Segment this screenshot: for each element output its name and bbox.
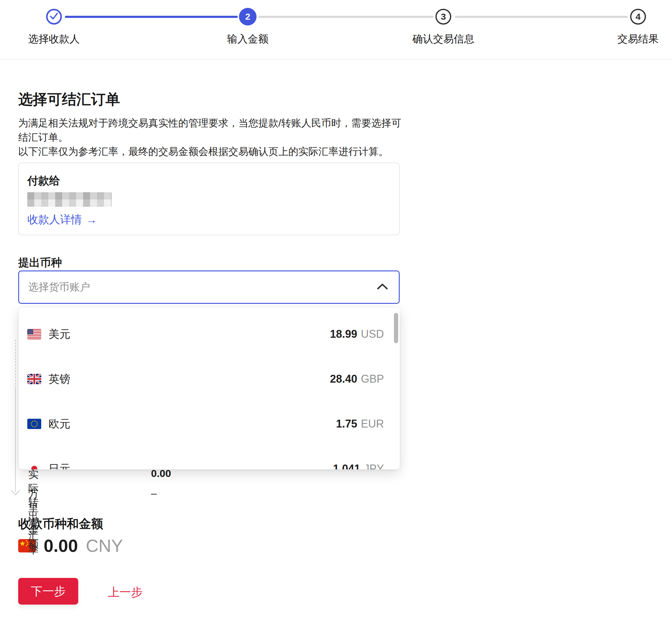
step-label-2: 输入金额 xyxy=(227,32,268,46)
receive-currency-code: CNY xyxy=(86,536,123,556)
step-label-1: 选择收款人 xyxy=(28,32,80,46)
payee-name-redacted xyxy=(27,192,111,207)
currency-name: 英镑 xyxy=(49,372,330,387)
currency-amount: 18.99 xyxy=(330,328,357,340)
step-circle-1 xyxy=(46,9,62,25)
payee-details-link[interactable]: 收款人详情 → xyxy=(27,212,97,227)
currency-amount: 28.40 xyxy=(330,373,357,385)
step-label-4: 交易结果 xyxy=(617,32,658,46)
chevron-up-icon xyxy=(377,283,388,291)
currency-amount: 1,041 xyxy=(333,462,360,469)
check-icon xyxy=(48,10,60,24)
currency-name: 美元 xyxy=(49,327,330,342)
connector-line-done xyxy=(65,16,238,18)
payee-card-title: 付款给 xyxy=(27,174,60,188)
currency-name: 欧元 xyxy=(49,417,336,432)
jp-flag-icon xyxy=(27,464,41,469)
dropdown-scrollbar-thumb[interactable] xyxy=(394,313,398,343)
us-flag-icon xyxy=(27,329,41,339)
step-number: 3 xyxy=(441,11,446,22)
currency-option-eur[interactable]: 欧元 1.75 EUR xyxy=(19,401,400,446)
worldfirst-rate-value: – xyxy=(151,487,157,499)
connector-line-todo-2 xyxy=(455,16,628,18)
next-button[interactable]: 下一步 xyxy=(18,578,78,605)
currency-option-jpy[interactable]: 日元 1,041 JPY xyxy=(19,446,400,469)
currency-option-usd[interactable]: 美元 18.99 USD xyxy=(19,312,400,357)
description-line: 为满足相关法规对于跨境交易真实性的管理要求，当您提款/转账人民币时，需要选择可 xyxy=(18,116,401,130)
arrow-right-icon: → xyxy=(86,213,97,226)
currency-select[interactable]: 选择货币账户 xyxy=(18,270,400,304)
page-description: 为满足相关法规对于跨境交易真实性的管理要求，当您提款/转账人民币时，需要选择可 … xyxy=(18,116,401,159)
description-line: 以下汇率仅为参考汇率，最终的交易金额会根据交易确认页上的实际汇率进行计算。 xyxy=(18,144,401,159)
gb-flag-icon xyxy=(27,374,41,384)
eu-flag-icon xyxy=(27,419,41,429)
currency-amount: 1.75 xyxy=(336,417,357,430)
currency-code: USD xyxy=(361,328,384,340)
description-line: 结汇订单。 xyxy=(18,130,401,144)
step-circle-2: 2 xyxy=(239,8,257,25)
currency-name: 日元 xyxy=(49,462,333,470)
currency-select-placeholder: 选择货币账户 xyxy=(28,280,377,294)
header-divider xyxy=(0,59,672,59)
prev-button[interactable]: 上一步 xyxy=(108,584,143,600)
currency-dropdown: 美元 18.99 USD 英镑 28.40 GBP xyxy=(19,308,400,469)
transfer-page: 2 3 4 选择收款人 输入金额 确认交易信息 交易结果 选择可结汇订单 为满足… xyxy=(0,0,672,624)
currency-code: EUR xyxy=(361,417,384,430)
page-title: 选择可结汇订单 xyxy=(18,90,120,109)
connector-line-todo-1 xyxy=(258,16,434,18)
flow-connector-dashed xyxy=(15,340,16,388)
payee-details-link-label: 收款人详情 xyxy=(27,212,82,227)
step-circle-4: 4 xyxy=(630,9,646,25)
withdraw-currency-label: 提出币种 xyxy=(18,255,62,270)
step-circle-3: 3 xyxy=(436,9,451,25)
step-number: 4 xyxy=(636,11,641,22)
stepper: 2 3 4 选择收款人 输入金额 确认交易信息 交易结果 xyxy=(0,0,672,59)
currency-option-gbp[interactable]: 英镑 28.40 GBP xyxy=(19,357,400,401)
payee-card: 付款给 收款人详情 → xyxy=(18,162,400,235)
arrow-down-icon xyxy=(11,490,20,497)
step-label-3: 确认交易信息 xyxy=(412,32,474,46)
worldfirst-rate-label: 万里汇汇率 xyxy=(28,487,38,557)
step-number: 2 xyxy=(245,11,251,22)
currency-code: GBP xyxy=(361,373,384,385)
receive-amount: 0.00 xyxy=(44,536,78,556)
currency-code: JPY xyxy=(364,462,384,469)
flow-connector-solid xyxy=(15,388,16,492)
